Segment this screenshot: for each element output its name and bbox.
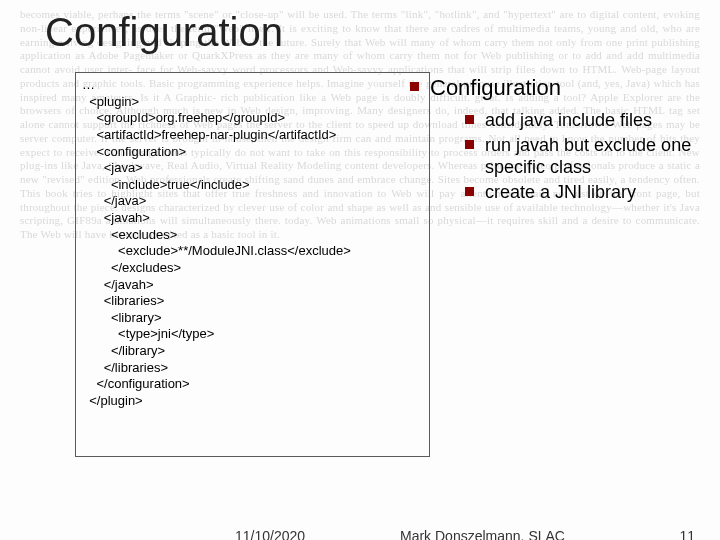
right-heading: Configuration <box>430 75 695 101</box>
list-item: add java include files <box>465 109 695 132</box>
right-column: Configuration add java include files run… <box>430 75 695 205</box>
list-item-label: create a JNI library <box>485 182 636 202</box>
page-title: Configuration <box>45 10 283 55</box>
slide: becomes viable, perhaps the terms "scene… <box>0 0 720 540</box>
bullet-icon <box>465 140 474 149</box>
bullet-icon <box>410 82 419 91</box>
bullet-icon <box>465 187 474 196</box>
footer-author: Mark Donszelmann, SLAC <box>400 528 565 540</box>
list-item-label: add java include files <box>485 110 652 130</box>
list-item: run javah but exclude one specific class <box>465 134 695 179</box>
code-block: … <plugin> <groupId>org.freehep</groupId… <box>75 72 430 457</box>
list-item-label: run javah but exclude one specific class <box>485 135 691 178</box>
right-bullet-list: add java include files run javah but exc… <box>465 109 695 203</box>
list-item: create a JNI library <box>465 181 695 204</box>
bullet-icon <box>465 115 474 124</box>
footer-date: 11/10/2020 <box>235 528 305 540</box>
footer-page-number: 11 <box>679 528 695 540</box>
